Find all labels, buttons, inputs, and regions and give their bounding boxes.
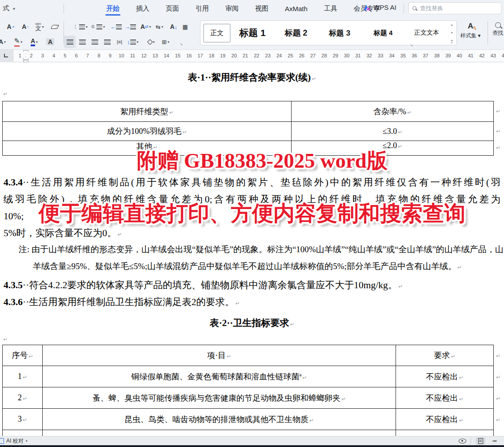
highlight-color-icon: ✎ <box>14 37 20 47</box>
tab-reference[interactable]: 引用 <box>195 1 210 16</box>
align-left-button[interactable] <box>64 36 76 48</box>
table2-cell: 3↵ <box>3 409 43 430</box>
ruler-number: 12 <box>139 53 149 58</box>
scroll-down-icon[interactable]: ▾ <box>451 31 452 35</box>
tab-review[interactable]: 审阅 <box>224 1 240 16</box>
row-end-mark: ↵ <box>496 395 500 402</box>
table1-cell: ≤3.0↵ <box>292 122 494 141</box>
watermark-line2: 便于编辑直接打印、方便内容复制和搜索查询 <box>39 199 465 228</box>
ruler-number: 2 <box>26 53 36 58</box>
tab-selector[interactable] <box>0 50 13 62</box>
find-button[interactable]: 查找 <box>492 22 503 37</box>
shading-button[interactable]: ▾ <box>146 36 157 48</box>
ruler-number: 31 <box>353 53 363 58</box>
justify-button[interactable] <box>101 36 113 48</box>
dialog-launcher-icon[interactable]: ↘ <box>180 42 183 46</box>
ruler-number: 37 <box>421 53 431 58</box>
table2-cell: 2↵ <box>3 387 43 409</box>
dialog-launcher-icon[interactable]: ↘ <box>410 43 413 47</box>
swap-convert-button[interactable]: ⇆▾ <box>154 20 165 33</box>
style-heading4[interactable]: 标题 4 <box>361 29 405 37</box>
text-effect-icon: A <box>0 39 3 45</box>
table1-cell: 成分为100%羽绒羽毛↵ <box>3 122 292 141</box>
ruler-number: 20 <box>229 53 239 58</box>
align-right-icon <box>92 40 98 44</box>
style-set-button[interactable]: A✎ 样式集 ▾ <box>460 22 480 40</box>
phonetic-guide-button[interactable]: wén文▾ <box>34 20 45 33</box>
text-direction-button[interactable]: A⇄▾ <box>140 20 152 33</box>
sort-button[interactable]: A↓ <box>168 20 180 33</box>
highlight-color-button[interactable]: ✎▾ <box>12 36 24 48</box>
ruler-number: 40 <box>455 53 464 58</box>
paragraph-mark: ↵ <box>169 109 173 116</box>
align-right-button[interactable] <box>89 36 100 48</box>
paragraph-mark: ↵ <box>23 395 27 402</box>
note-line1: 注: 由于山羊绒纤维的形态变异，山羊绒会出现“疑似羊毛”的现象。标注为“100%… <box>19 243 500 256</box>
char-grid-icon: ▦ <box>183 24 188 30</box>
ruler-number: 22 <box>252 53 261 58</box>
decrease-indent-button[interactable]: ← <box>109 20 123 33</box>
tab-page[interactable]: 页面 <box>165 1 180 16</box>
ruler-number: 25 <box>285 53 295 58</box>
style-heading3[interactable]: 标题 3 <box>318 28 361 38</box>
style-normal[interactable]: 正文 <box>203 24 231 43</box>
ruler-number: 19 <box>218 53 228 58</box>
bullet-list-button[interactable]: ▾ <box>72 20 88 33</box>
decrease-font-button[interactable]: A− <box>20 20 31 33</box>
ai-proof-icon <box>0 438 4 444</box>
increase-font-button[interactable]: A＋ <box>5 20 17 33</box>
paragraph-mark: ↵ <box>459 417 463 423</box>
paragraph-mark: ↵ <box>28 353 33 359</box>
paragraph-mark: ↵ <box>3 336 8 342</box>
char-shading-icon: A <box>46 38 54 45</box>
ruler-number: 43 <box>488 53 498 58</box>
align-center-button[interactable] <box>76 36 88 48</box>
outline-view-button[interactable]: ≔ <box>490 437 500 445</box>
text-effect-button[interactable]: A▾ <box>0 36 8 48</box>
ruler-number: 30 <box>342 53 352 58</box>
document-page[interactable]: 表·1··絮用纤维含杂率要求(续)↵ ↵ 絮用纤维类型↵ 含杂率/%↵ 成分为1… <box>0 62 504 436</box>
ruler-number: 6 <box>72 53 81 58</box>
borders-button[interactable]: ⊞▾ <box>160 36 172 48</box>
wps-ai-button[interactable]: WPS AI <box>364 4 396 11</box>
eye-icon[interactable] <box>459 439 466 443</box>
print-layout-button[interactable] <box>476 437 485 445</box>
watermark-line1: 附赠 GB18383-2025 word版 <box>0 147 504 175</box>
ruler-number: 36 <box>409 53 419 58</box>
ruler-number: 32 <box>364 53 374 58</box>
tab-view[interactable]: 视图 <box>254 1 269 16</box>
clear-format-button[interactable] <box>49 20 60 33</box>
row-end-mark: ↵ <box>496 108 500 114</box>
table2-cell: 不应检出↵ <box>396 366 494 387</box>
clause-4-3-4-line1: 4.3.4··生活用絮用纤维制品(用于软体家具铺垫物的絮片、垫毡除外)中的絮用纤… <box>4 176 500 189</box>
paragraph-mark: ↵ <box>117 231 122 238</box>
gallery-expand-icon[interactable]: ▾ <box>451 39 452 43</box>
numbered-list-button[interactable]: ▾ <box>90 20 106 33</box>
ai-proof-button[interactable]: AI 校对 ▾ <box>1 437 28 445</box>
ruler-number: 8 <box>94 53 104 58</box>
table2-header-cell: 序号↵ <box>3 345 43 366</box>
search-input[interactable] <box>419 4 486 12</box>
style-heading1[interactable]: 标题 1 <box>231 27 274 39</box>
style-bodytext[interactable]: 正文文本 <box>405 29 448 37</box>
tab-axmath[interactable]: AxMath <box>284 1 308 16</box>
tab-insert[interactable]: 插入 <box>135 1 150 16</box>
ruler-number: 41 <box>466 53 476 58</box>
style-heading2[interactable]: 标题 2 <box>274 28 318 38</box>
scroll-up-icon[interactable]: ▴ <box>451 23 452 27</box>
table2-cell: 昆虫、鸟类、啮齿动物等的排泄物或其他不卫生物质↵ <box>43 409 396 430</box>
ruler-number: 4 <box>49 53 59 58</box>
search-box[interactable] <box>408 2 501 14</box>
paragraph-mark: ↵ <box>23 374 27 380</box>
increase-indent-button[interactable]: → <box>124 20 137 33</box>
char-shading-button[interactable]: A <box>44 36 56 48</box>
ruler-number: 24 <box>274 53 284 58</box>
char-grid-button[interactable]: ▦ <box>180 20 191 33</box>
tab-tools[interactable]: 工具 <box>323 1 338 16</box>
distribute-button[interactable]: |≡| <box>114 36 125 48</box>
line-spacing-button[interactable]: ↕▾ <box>126 36 140 48</box>
format-dropdown[interactable]: 式▾ <box>3 4 15 12</box>
font-color-button[interactable]: A▾ <box>28 36 40 48</box>
gallery-scroll[interactable]: ▴▾▾ <box>449 23 455 43</box>
tab-home[interactable]: 开始 <box>105 1 120 16</box>
